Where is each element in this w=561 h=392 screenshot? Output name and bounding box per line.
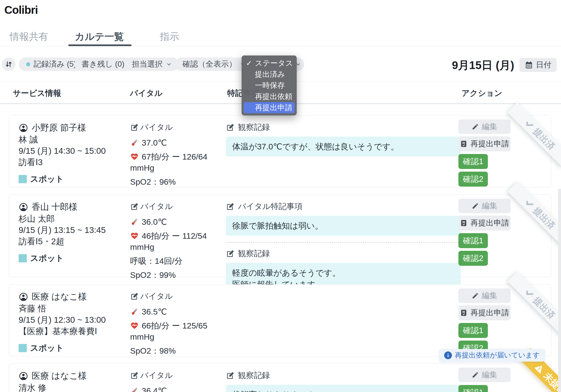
service-info: 医療 はなこ様 清水 修 9/15 (月) 10:00 ~ 11:00 — [19, 370, 130, 392]
edit-square-icon[interactable] — [130, 123, 139, 132]
visit-datetime: 9/15 (月) 13:15 ~ 13:45 — [19, 224, 130, 236]
date-picker-label: 日付 — [536, 60, 551, 70]
tab-information-sharing[interactable]: 情報共有 — [10, 30, 48, 43]
date-picker-button[interactable]: 日付 — [519, 58, 557, 72]
check-icon — [523, 287, 535, 299]
actions-section: 編集 確認1 — [458, 368, 521, 392]
confirm1-label: 確認1 — [463, 156, 483, 167]
document-check-icon — [460, 140, 468, 148]
menu-item-submitted[interactable]: 提出済み — [244, 69, 295, 80]
menu-item-status[interactable]: ✓ ステータス — [244, 58, 295, 69]
menu-item-resubmit-request[interactable]: 再提出依頼 — [244, 91, 295, 102]
confirm2-button[interactable]: 確認2 — [458, 172, 488, 186]
ribbon-label: 提出済 — [531, 126, 557, 152]
actions-section: 編集 再提出申請 確認1 確認2 — [458, 199, 521, 266]
resubmit-button[interactable]: 再提出申請 — [458, 216, 511, 230]
check-icon — [523, 118, 535, 130]
confirm1-button[interactable]: 確認1 — [458, 154, 488, 169]
vitals-section: バイタル 36.0℃ 46拍/分 ー 112/54 mmHg 呼吸：14回/分 … — [130, 201, 222, 281]
edit-button[interactable]: 編集 — [458, 288, 511, 303]
warning-triangle-icon — [533, 361, 547, 375]
actions-section: 編集 再提出申請 確認1 確認2 — [458, 120, 521, 186]
edit-square-icon[interactable] — [130, 371, 139, 380]
confirm1-button[interactable]: 確認1 — [458, 323, 488, 338]
vitals-title: バイタル — [140, 201, 173, 212]
confirm2-button[interactable]: 確認2 — [458, 251, 488, 266]
edit-square-icon[interactable] — [130, 202, 139, 211]
edit-button[interactable]: 編集 — [458, 199, 511, 213]
current-date-label: 9月15日 (月) — [452, 58, 514, 73]
note-divider — [226, 242, 461, 243]
filter-recorded-label: 記録済み (5) — [33, 59, 76, 69]
filter-recorded[interactable]: 記録済み (5) — [19, 57, 84, 71]
calendar-icon — [525, 61, 533, 69]
person-icon — [19, 292, 28, 302]
sort-button[interactable] — [2, 57, 15, 71]
spo2-value: SpO2：98% — [130, 345, 176, 356]
edit-button[interactable]: 編集 — [458, 368, 511, 382]
menu-item-draft[interactable]: 一時保存 — [244, 80, 295, 91]
pencil-icon — [472, 292, 479, 299]
tab-chart-list[interactable]: カルテ一覧 — [75, 30, 124, 43]
edit-square-icon[interactable] — [226, 371, 235, 380]
pulse-bp-value: 67拍/分 ー 126/64 — [142, 151, 207, 162]
note-text-box: 徐脈で脈拍触知は弱い。 — [226, 216, 461, 236]
edit-square-icon[interactable] — [226, 123, 235, 132]
edit-square-icon[interactable] — [226, 202, 235, 211]
menu-item-resubmit-application[interactable]: 再提出申請 — [244, 102, 295, 113]
resubmit-request-notification: i 再提出依頼が届いています — [439, 349, 545, 362]
thermometer-icon — [130, 307, 139, 316]
resubmit-button[interactable]: 再提出申請 — [458, 305, 511, 320]
resubmit-label: 再提出申請 — [471, 139, 509, 149]
ribbon-label: 提出済 — [531, 205, 557, 231]
edit-label: 編集 — [482, 121, 497, 132]
edit-square-icon[interactable] — [226, 249, 235, 258]
heart-pulse-icon — [130, 152, 139, 161]
vitals-title: バイタル — [140, 122, 173, 133]
app-logo: Colibri — [4, 3, 38, 16]
notification-text: 再提出依頼が届いています — [455, 350, 540, 360]
edit-button[interactable]: 編集 — [458, 120, 511, 134]
patient-name: 香山 十郎様 — [32, 201, 77, 213]
menu-item-label: 再提出依頼 — [255, 92, 292, 101]
staff-name: 杉山 太郎 — [19, 213, 130, 224]
confirm1-button[interactable]: 確認1 — [458, 233, 488, 248]
resubmit-button[interactable]: 再提出申請 — [458, 136, 511, 151]
staff-name: 清水 修 — [19, 382, 130, 392]
column-header-service: サービス情報 — [13, 88, 61, 99]
filter-confirm[interactable]: 確認（全表示） — [175, 57, 253, 71]
edit-label: 編集 — [482, 370, 497, 380]
note-line: 体温が37.0℃ですが、状態は良いそうです。 — [232, 141, 454, 152]
spot-square-icon — [19, 344, 27, 352]
resubmit-label: 再提出申請 — [471, 218, 509, 228]
confirm1-label: 確認1 — [463, 235, 483, 246]
note-title: 観察記録 — [238, 370, 270, 381]
check-icon — [523, 197, 535, 209]
edit-square-icon[interactable] — [130, 292, 139, 301]
confirm1-label: 確認1 — [463, 387, 483, 392]
scrollbar[interactable] — [558, 189, 561, 392]
note-title: 観察記録 — [238, 248, 270, 259]
visit-datetime: 9/15 (月) 12:30 ~ 13:00 — [19, 314, 130, 325]
temperature-value: 37.0℃ — [142, 137, 167, 148]
spot-tag: スポット — [19, 174, 130, 185]
heart-pulse-icon — [130, 231, 139, 240]
note-text-box: 状態変わりありません。 — [226, 385, 461, 392]
filter-unwritten[interactable]: 書き残し (0) — [74, 57, 132, 71]
record-card: 医療 はなこ様 斉藤 悟 9/15 (月) 12:30 ~ 13:00 【医療】… — [9, 284, 551, 356]
vitals-section: バイタル 37.0℃ 67拍/分 ー 126/64 mmHg SpO2：96% — [130, 122, 222, 187]
filter-staff-select[interactable]: 担当選択 — [125, 57, 179, 71]
service-info: 小野原 節子様 林 誠 9/15 (月) 14:30 ~ 15:00 訪看Ⅰ3 … — [19, 122, 130, 185]
confirm1-button[interactable]: 確認1 — [458, 385, 488, 392]
respiration-value: 呼吸：14回/分 — [130, 255, 183, 266]
resubmit-label: 再提出申請 — [471, 307, 509, 318]
note-line: 徐脈で脈拍触知は弱い。 — [232, 220, 454, 231]
tab-instructions[interactable]: 指示 — [160, 30, 179, 43]
spot-label: スポット — [30, 174, 64, 185]
note-title: 観察記録 — [238, 122, 270, 133]
filter-staff-label: 担当選択 — [132, 59, 163, 69]
pencil-icon — [472, 123, 479, 130]
staff-name: 林 誠 — [19, 134, 130, 145]
confirm2-label: 確認2 — [463, 253, 483, 264]
vitals-section: バイタル 36.5℃ 66拍/分 ー 125/65 mmHg SpO2：98% — [130, 291, 222, 356]
